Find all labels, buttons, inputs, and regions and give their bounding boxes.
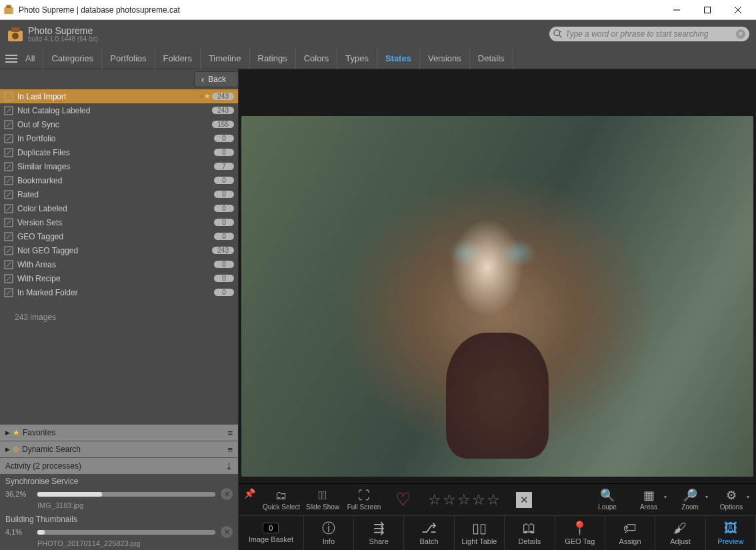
activity-panel-header[interactable]: Activity (2 processes) ⤓ xyxy=(0,457,238,474)
tab-types[interactable]: Types xyxy=(337,48,377,69)
edit-icon xyxy=(4,204,13,213)
star-icon[interactable]: ☆ xyxy=(487,491,500,509)
state-item[interactable]: GEO Tagged0 xyxy=(0,229,238,243)
count-badge: 243 xyxy=(212,107,234,114)
slideshow-button[interactable]: ▷⃝Slide Show xyxy=(303,485,342,515)
svg-point-8 xyxy=(12,33,19,39)
state-item[interactable]: Not GEO Tagged243 xyxy=(0,243,238,257)
chevron-down-icon: ▾ xyxy=(705,494,708,500)
edit-icon xyxy=(4,218,13,227)
light-table-button[interactable]: ▯▯Light Table xyxy=(455,516,505,550)
close-button[interactable] xyxy=(723,1,753,19)
chevron-down-icon: ▼ xyxy=(198,93,204,100)
app-icon xyxy=(3,4,15,16)
batch-button[interactable]: ⎇Batch xyxy=(404,516,454,550)
geo-tag-button[interactable]: 📍GEO Tag xyxy=(555,516,605,550)
dynamic-search-panel-header[interactable]: ▶ ⊕ Dynamic Search ≡ xyxy=(0,441,238,457)
chevron-left-icon: ‹ xyxy=(201,74,205,85)
info-button[interactable]: ⓘInfo xyxy=(304,516,354,550)
svg-rect-3 xyxy=(705,7,711,13)
star-icon[interactable]: ☆ xyxy=(428,491,441,509)
state-item[interactable]: In Last Import▼★243 xyxy=(0,89,238,103)
chevron-down-icon: ▾ xyxy=(664,494,667,500)
heart-icon[interactable]: ♡ xyxy=(395,489,411,510)
expand-icon: ▶ xyxy=(5,446,10,453)
search-box[interactable]: ✕ xyxy=(549,27,749,41)
panel-menu-icon[interactable]: ≡ xyxy=(227,428,233,438)
preview-icon: 🖼 xyxy=(724,521,737,535)
adjust-button[interactable]: 🖌Adjust xyxy=(655,516,705,550)
tab-versions[interactable]: Versions xyxy=(420,48,470,69)
loupe-button[interactable]: 🔍Loupe xyxy=(588,485,627,515)
state-item[interactable]: Not Catalog Labeled243 xyxy=(0,103,238,117)
state-item[interactable]: Version Sets0 xyxy=(0,215,238,229)
svg-rect-1 xyxy=(6,5,11,8)
preview-button[interactable]: 🖼Preview xyxy=(706,516,756,550)
star-icon[interactable]: ☆ xyxy=(443,491,456,509)
tab-timeline[interactable]: Timeline xyxy=(201,48,250,69)
cancel-icon[interactable]: ✕ xyxy=(221,488,233,500)
star-icon[interactable]: ☆ xyxy=(472,491,485,509)
back-button[interactable]: ‹ Back xyxy=(194,71,239,87)
image-area[interactable] xyxy=(239,69,756,483)
zoom-button[interactable]: 🔎Zoom▾ xyxy=(671,485,709,515)
minimize-button[interactable] xyxy=(661,1,692,19)
options-button[interactable]: ⚙Options▾ xyxy=(712,485,751,515)
image-basket-button[interactable]: 0Image Basket xyxy=(239,516,304,550)
clear-search-icon[interactable]: ✕ xyxy=(736,29,745,39)
play-icon: ▷⃝ xyxy=(318,489,327,502)
state-item[interactable]: Rated0 xyxy=(0,187,238,201)
reject-button[interactable]: ✕ xyxy=(516,492,532,508)
tab-folders[interactable]: Folders xyxy=(155,48,201,69)
maximize-button[interactable] xyxy=(692,1,723,19)
count-badge: 0 xyxy=(214,205,234,212)
menu-icon[interactable] xyxy=(5,55,17,63)
expand-icon: ▶ xyxy=(5,429,10,436)
edit-icon xyxy=(4,232,13,241)
assign-button[interactable]: 🏷Assign xyxy=(605,516,655,550)
star-icon[interactable]: ☆ xyxy=(457,491,471,509)
tab-colors[interactable]: Colors xyxy=(296,48,338,69)
panel-menu-icon[interactable]: ≡ xyxy=(227,445,233,455)
share-button[interactable]: ⇶Share xyxy=(354,516,404,550)
tab-details[interactable]: Details xyxy=(470,48,513,69)
build-info: build 4.1.0.1448 (64 bit) xyxy=(28,35,98,43)
state-item[interactable]: With Recipe0 xyxy=(0,271,238,285)
count-badge: 0 xyxy=(214,289,234,296)
tab-states[interactable]: States xyxy=(377,48,420,69)
state-item[interactable]: Similar Images7 xyxy=(0,159,238,173)
state-item[interactable]: Bookmarked0 xyxy=(0,173,238,187)
rating-stars[interactable]: ☆☆☆☆☆ xyxy=(428,491,500,509)
tab-all[interactable]: All xyxy=(23,48,43,69)
edit-icon xyxy=(4,134,13,143)
state-item[interactable]: Out of Sync155 xyxy=(0,117,238,131)
state-item[interactable]: In Marked Folder0 xyxy=(0,285,238,299)
state-item[interactable]: Color Labeled0 xyxy=(0,201,238,215)
search-input[interactable] xyxy=(565,29,736,39)
areas-button[interactable]: ▦Areas▾ xyxy=(629,485,668,515)
share-icon: ⇶ xyxy=(373,521,385,535)
state-item[interactable]: In Portfolio0 xyxy=(0,131,238,145)
quick-select-button[interactable]: 🗂Quick Select xyxy=(262,485,301,515)
product-name: Photo Supreme xyxy=(28,26,98,35)
edit-icon xyxy=(4,120,13,129)
cancel-icon[interactable]: ✕ xyxy=(221,526,233,538)
details-button[interactable]: 🕮Details xyxy=(505,516,555,550)
preview-image xyxy=(241,116,753,477)
tab-ratings[interactable]: Ratings xyxy=(250,48,296,69)
app-logo xyxy=(7,25,24,43)
state-item[interactable]: Duplicate Files0 xyxy=(0,145,238,159)
svg-line-10 xyxy=(559,35,562,38)
collapse-icon[interactable]: ⤓ xyxy=(225,461,233,471)
tab-categories[interactable]: Categories xyxy=(43,48,102,69)
star-icon: ★ xyxy=(204,92,211,101)
state-item[interactable]: With Areas0 xyxy=(0,257,238,271)
viewer-toolbar-bottom: 0Image Basket ⓘInfo ⇶Share ⎇Batch ▯▯Ligh… xyxy=(239,515,756,550)
tab-portfolios[interactable]: Portfolios xyxy=(102,48,155,69)
favorites-panel-header[interactable]: ▶ ★ Favorites ≡ xyxy=(0,424,238,441)
fullscreen-button[interactable]: ⛶Full Screen xyxy=(345,485,383,515)
count-badge: 243 xyxy=(212,93,234,100)
batch-icon: ⎇ xyxy=(421,521,437,535)
pin-icon[interactable]: 📌 xyxy=(244,488,255,499)
search-icon xyxy=(553,29,563,39)
